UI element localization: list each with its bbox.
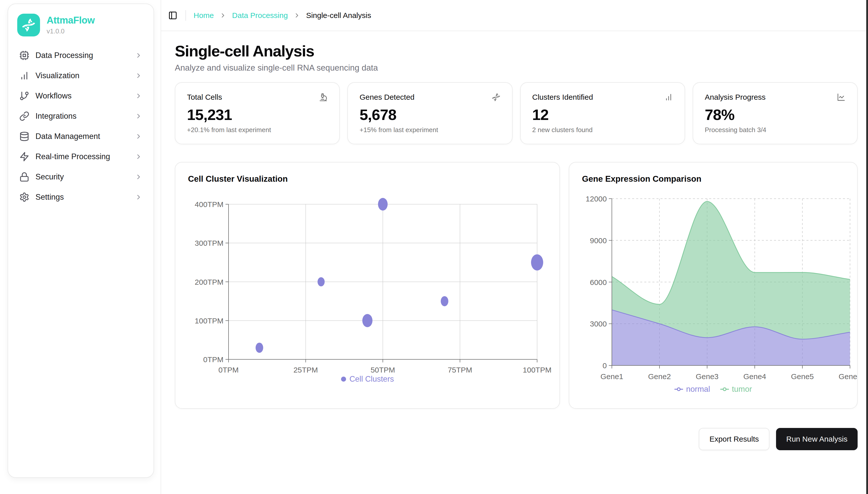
chevron-right-icon xyxy=(135,92,142,100)
gear-icon xyxy=(19,192,30,202)
scatter-legend: Cell Clusters xyxy=(175,375,559,384)
sidebar-item-label: Integrations xyxy=(35,112,129,121)
git-branch-icon xyxy=(19,91,30,101)
chevron-right-icon xyxy=(135,193,142,201)
sidebar-item-label: Settings xyxy=(35,193,129,202)
bar-chart-icon xyxy=(664,93,673,101)
bar-chart-icon xyxy=(19,71,30,81)
zap-icon xyxy=(19,152,30,162)
sidebar-item-settings[interactable]: Settings xyxy=(15,189,147,206)
breadcrumb-current: Single-cell Analysis xyxy=(306,11,371,20)
svg-text:9000: 9000 xyxy=(590,236,607,245)
stat-label: Analysis Progress xyxy=(705,93,766,101)
stat-card-analysis-progress: Analysis Progress 78% Processing batch 3… xyxy=(693,82,857,144)
stat-card-clusters-identified: Clusters Identified 12 2 new clusters fo… xyxy=(520,82,685,144)
svg-text:0TPM: 0TPM xyxy=(218,366,239,374)
stat-value: 12 xyxy=(532,106,673,124)
cell-cluster-scatter-plot[interactable]: 0TPM25TPM50TPM75TPM100TPM0TPM100TPM200TP… xyxy=(175,163,559,408)
sidebar-item-label: Real-time Processing xyxy=(35,152,129,161)
sidebar-item-integrations[interactable]: Integrations xyxy=(15,108,147,125)
brand: AttmaFlow v1.0.0 xyxy=(15,13,147,37)
legend-item-tumor: tumor xyxy=(720,385,752,394)
area-chart-card: Gene Expression Comparison 0300060009000… xyxy=(569,162,857,409)
sidebar-item-realtime-processing[interactable]: Real-time Processing xyxy=(15,148,147,165)
svg-text:Gene6: Gene6 xyxy=(838,372,857,381)
breadcrumb-home[interactable]: Home xyxy=(194,11,214,20)
stat-label: Clusters Identified xyxy=(532,93,593,101)
chevron-right-icon xyxy=(219,12,227,19)
svg-text:300TPM: 300TPM xyxy=(195,239,223,247)
panel-left-icon xyxy=(168,11,177,20)
chevron-right-icon xyxy=(135,153,142,160)
legend-label: normal xyxy=(686,385,710,394)
stat-label: Total Cells xyxy=(187,93,222,101)
sidebar-item-workflows[interactable]: Workflows xyxy=(15,88,147,104)
sidebar-nav: Data Processing Visualization Workflows … xyxy=(15,47,147,206)
svg-text:Gene2: Gene2 xyxy=(648,372,671,381)
stat-card-genes-detected: Genes Detected 5,678 +15% from last expe… xyxy=(347,82,512,144)
stat-label: Genes Detected xyxy=(360,93,415,101)
lock-icon xyxy=(19,172,30,182)
breadcrumb-data-processing[interactable]: Data Processing xyxy=(232,11,288,20)
svg-text:Gene1: Gene1 xyxy=(600,372,623,381)
sidebar-item-visualization[interactable]: Visualization xyxy=(15,67,147,84)
export-results-button[interactable]: Export Results xyxy=(699,428,770,450)
page-title: Single-cell Analysis xyxy=(175,42,857,60)
sidebar-item-label: Security xyxy=(35,172,129,182)
scatter-chart-card: Cell Cluster Visualization 0TPM25TPM50TP… xyxy=(175,162,560,409)
app-logo xyxy=(17,14,40,36)
svg-text:Gene4: Gene4 xyxy=(743,372,766,381)
chevron-right-icon xyxy=(135,173,142,181)
svg-text:200TPM: 200TPM xyxy=(195,278,223,286)
stat-note: +15% from last experiment xyxy=(360,126,500,134)
stat-value: 15,231 xyxy=(187,106,328,124)
legend-label: tumor xyxy=(732,385,752,394)
charts-row: Cell Cluster Visualization 0TPM25TPM50TP… xyxy=(175,162,857,409)
line-chart-icon xyxy=(837,93,846,101)
microscope-icon xyxy=(319,93,328,101)
sidebar-card: AttmaFlow v1.0.0 Data Processing Visuali… xyxy=(7,3,154,478)
database-icon xyxy=(19,131,30,141)
chevron-right-icon xyxy=(135,72,142,79)
chevron-right-icon xyxy=(135,52,142,59)
legend-item-normal: normal xyxy=(674,385,710,394)
sidebar-item-data-processing[interactable]: Data Processing xyxy=(15,47,147,64)
area-legend: normal tumor xyxy=(569,385,857,394)
dna-icon xyxy=(492,93,500,101)
stat-value: 5,678 xyxy=(360,106,500,124)
sidebar: AttmaFlow v1.0.0 Data Processing Visuali… xyxy=(0,0,161,494)
svg-text:50TPM: 50TPM xyxy=(370,366,395,374)
svg-text:75TPM: 75TPM xyxy=(448,366,472,374)
action-buttons: Export Results Run New Analysis xyxy=(175,428,857,450)
svg-text:3000: 3000 xyxy=(590,320,607,328)
sidebar-item-label: Data Management xyxy=(35,132,129,141)
gene-expression-area-plot[interactable]: 030006000900012000Gene1Gene2Gene3Gene4Ge… xyxy=(569,163,857,408)
sidebar-item-data-management[interactable]: Data Management xyxy=(15,128,147,145)
sidebar-item-label: Workflows xyxy=(35,91,129,100)
header-divider xyxy=(185,10,186,21)
sidebar-toggle-button[interactable] xyxy=(166,8,180,22)
svg-text:0TPM: 0TPM xyxy=(203,355,223,364)
svg-text:6000: 6000 xyxy=(590,278,607,286)
sidebar-item-security[interactable]: Security xyxy=(15,169,147,185)
svg-text:100TPM: 100TPM xyxy=(523,366,551,374)
scrollbar[interactable] xyxy=(866,0,868,494)
stat-value: 78% xyxy=(705,106,846,124)
svg-text:100TPM: 100TPM xyxy=(195,317,223,325)
legend-item-cell-clusters: Cell Clusters xyxy=(341,375,394,384)
svg-text:0: 0 xyxy=(602,361,607,370)
svg-text:25TPM: 25TPM xyxy=(293,366,318,374)
stat-card-total-cells: Total Cells 15,231 +20.1% from last expe… xyxy=(175,82,340,144)
stat-cards: Total Cells 15,231 +20.1% from last expe… xyxy=(175,82,857,144)
chevron-right-icon xyxy=(135,133,142,140)
stat-note: +20.1% from last experiment xyxy=(187,126,328,134)
chevron-right-icon xyxy=(293,12,301,19)
link-icon xyxy=(19,111,30,121)
legend-line-icon xyxy=(674,385,683,394)
chevron-right-icon xyxy=(135,112,142,120)
sidebar-item-label: Data Processing xyxy=(35,51,129,60)
svg-text:Gene5: Gene5 xyxy=(791,372,814,381)
svg-text:400TPM: 400TPM xyxy=(195,200,223,209)
stat-note: 2 new clusters found xyxy=(532,126,673,134)
run-new-analysis-button[interactable]: Run New Analysis xyxy=(776,428,857,450)
